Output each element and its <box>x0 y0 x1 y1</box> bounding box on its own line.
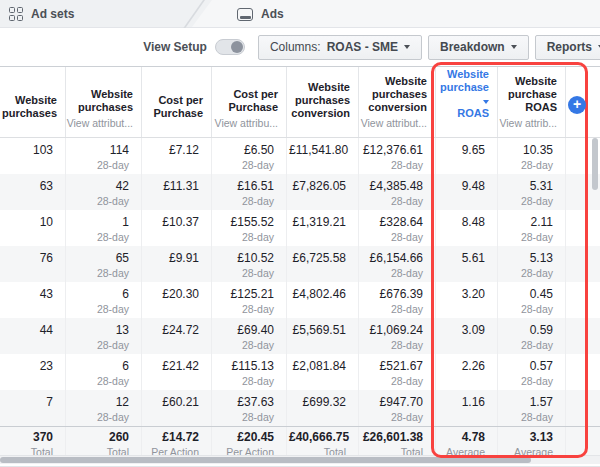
table-cell: 23 <box>0 354 66 390</box>
table-cell-spacer <box>566 390 600 426</box>
cell-value: 9.65 <box>438 143 485 158</box>
table-cell: 128-day <box>66 210 142 246</box>
total-cell: 3.13Average <box>498 427 566 458</box>
cell-value: £521.67 <box>361 359 423 374</box>
cell-value: £1,069.24 <box>361 323 423 338</box>
chevron-down-icon <box>511 45 517 49</box>
cell-value: £6.50 <box>214 143 274 158</box>
cell-attribution-window: 28-day <box>68 375 129 388</box>
table-cell: 1.5728-day <box>498 390 566 426</box>
view-setup-label: View Setup <box>143 40 207 54</box>
cell-attribution-window: 28-day <box>361 339 423 352</box>
cell-value: £11.31 <box>144 179 199 194</box>
cell-value: £21.42 <box>144 359 199 374</box>
cell-attribution-window: 28-day <box>361 411 423 424</box>
table-cell: 2.1128-day <box>498 210 566 246</box>
toggle-knob <box>231 41 243 53</box>
cell-attribution-window: 28-day <box>500 195 553 208</box>
cell-value: 114 <box>68 143 129 158</box>
table-cell: £1,069.2428-day <box>359 318 436 354</box>
table-cell: 9.48 <box>436 174 498 210</box>
table-cell: £947.7028-day <box>359 390 436 426</box>
table-cell: £21.42 <box>142 354 212 390</box>
tab-ads[interactable]: Ads <box>237 0 284 28</box>
total-cell: £20.45Per Action <box>212 427 287 458</box>
column-title: Website purchases conversion <box>367 75 427 114</box>
cell-value: 5.31 <box>500 179 553 194</box>
view-setup-toggle[interactable] <box>215 39 245 55</box>
table-cell: 10.3528-day <box>498 138 566 174</box>
table-cell: £7,826.05 <box>287 174 359 210</box>
ad-frame-icon <box>237 8 253 21</box>
column-title-text: Cost per Purchase <box>153 94 203 119</box>
cell-attribution-window: 28-day <box>214 375 274 388</box>
table-cell: £699.32 <box>287 390 359 426</box>
ads-manager-screen: Ad sets Ads View Setup Columns: ROAS - S… <box>0 0 600 467</box>
cell-value: 0.59 <box>500 323 553 338</box>
cell-attribution-window: 28-day <box>214 159 274 172</box>
cell-value: £125.21 <box>214 287 274 302</box>
cell-attribution-window: 28-day <box>68 159 129 172</box>
cell-value: £10.37 <box>144 215 199 230</box>
column-title: Website purchases <box>2 94 57 120</box>
cell-value: 7 <box>2 395 53 410</box>
tab-ad-sets[interactable]: Ad sets <box>9 0 74 28</box>
table-cell: 0.4528-day <box>498 282 566 318</box>
cell-attribution-window: 28-day <box>500 267 553 280</box>
column-title-text: Cost per Purchase <box>228 88 278 113</box>
cell-attribution-window: 28-day <box>214 303 274 316</box>
table-cell: £37.6328-day <box>212 390 287 426</box>
table-cell: £155.5228-day <box>212 210 287 246</box>
cell-value: £5,569.51 <box>289 323 346 338</box>
breakdown-button[interactable]: Breakdown <box>428 35 529 60</box>
cell-value: 1.57 <box>500 395 553 410</box>
reports-label: Reports <box>547 40 592 54</box>
cell-value: 12 <box>68 395 129 410</box>
table-toolbar: View Setup Columns: ROAS - SME Breakdown… <box>0 28 600 66</box>
table-cell: 103 <box>0 138 66 174</box>
columns-button[interactable]: Columns: ROAS - SME <box>258 35 422 60</box>
table-cell-spacer <box>566 318 600 354</box>
reports-button[interactable]: Reports <box>535 35 600 60</box>
cell-attribution-window: 28-day <box>500 339 553 352</box>
column-header-7[interactable]: Website purchaseROAS <box>436 67 498 137</box>
table-cell: £5,569.51 <box>287 318 359 354</box>
total-value: 4.78 <box>438 430 485 445</box>
add-column-button[interactable]: + <box>568 96 586 114</box>
table-cell: £9.91 <box>142 246 212 282</box>
cell-value: £24.72 <box>144 323 199 338</box>
table-cell: £2,081.84 <box>287 354 359 390</box>
table-cell: 7 <box>0 390 66 426</box>
chevron-down-icon <box>404 45 410 49</box>
horizontal-scrollbar-thumb[interactable] <box>0 457 531 463</box>
table-cell: 2.26 <box>436 354 498 390</box>
total-cell: £26,601.38Total <box>359 427 436 458</box>
grid-icon <box>9 7 23 21</box>
cell-value: 43 <box>2 287 53 302</box>
cell-attribution-window: 28-day <box>500 231 553 244</box>
table-cell: 6528-day <box>66 246 142 282</box>
column-header-8[interactable]: Website purchase ROASView attrib... <box>498 67 566 137</box>
cell-value: 103 <box>2 143 53 158</box>
cell-value: 63 <box>2 179 53 194</box>
table-cell: £676.3928-day <box>359 282 436 318</box>
table-row: 10128-day£10.37£155.5228-day£1,319.21£32… <box>0 210 600 246</box>
table-cell-spacer <box>566 354 600 390</box>
cell-attribution-window: 28-day <box>214 267 274 280</box>
table-cell: £4,385.4828-day <box>359 174 436 210</box>
column-header-6[interactable]: Website purchases conversionView attribu… <box>359 67 436 137</box>
cell-value: £7.12 <box>144 143 199 158</box>
column-header-4[interactable]: Cost per PurchaseView attribu... <box>212 67 287 137</box>
vertical-scrollbar-thumb[interactable] <box>592 138 598 190</box>
columns-prefix: Columns: <box>270 40 321 54</box>
table-cell: 5.3128-day <box>498 174 566 210</box>
table-cell: 9.65 <box>436 138 498 174</box>
column-header-1[interactable]: Website purchases <box>0 67 66 137</box>
column-header-5[interactable]: Website purchases conversion <box>287 67 359 137</box>
cell-value: 0.45 <box>500 287 553 302</box>
column-header-2[interactable]: Website purchasesView attribut... <box>66 67 142 137</box>
column-title: Website purchase <box>440 68 489 107</box>
column-header-3[interactable]: Cost per Purchase <box>142 67 212 137</box>
horizontal-scrollbar[interactable] <box>0 455 600 464</box>
total-value: £40,666.75 <box>289 430 346 445</box>
